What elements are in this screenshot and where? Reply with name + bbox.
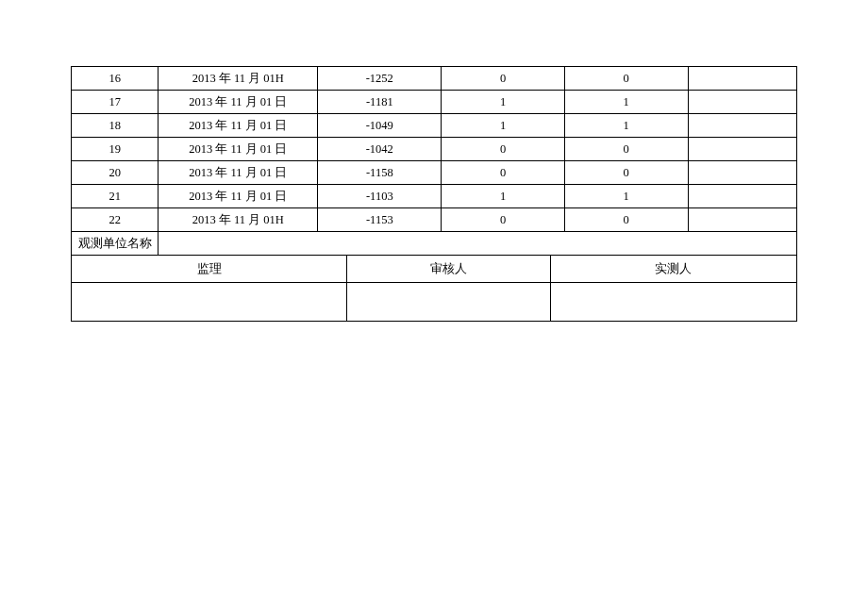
table-cell: 22	[72, 208, 159, 232]
table-cell	[688, 208, 796, 232]
table-cell: 2013 年 11 月 01 日	[159, 185, 318, 208]
table-cell	[688, 91, 796, 114]
table-cell: -1158	[318, 161, 442, 185]
table-cell: 18	[72, 114, 159, 138]
table-cell: 1	[442, 114, 565, 138]
table-cell: 2013 年 11 月 01H	[159, 67, 318, 91]
table-row: 172013 年 11 月 01 日-118111	[72, 91, 797, 114]
table-cell: 1	[564, 185, 688, 208]
table-cell: 19	[72, 138, 159, 161]
table-row: 222013 年 11 月 01H-115300	[72, 208, 797, 232]
table-cell: 2013 年 11 月 01 日	[159, 138, 318, 161]
table-cell: 2013 年 11 月 01 日	[159, 161, 318, 185]
data-table: 162013 年 11 月 01H-125200172013 年 11 月 01…	[71, 66, 797, 256]
measurer-label: 实测人	[550, 256, 796, 283]
table-cell: 0	[564, 67, 688, 91]
table-cell: 2013 年 11 月 01 日	[159, 114, 318, 138]
table-cell: 0	[564, 161, 688, 185]
table-cell: -1181	[318, 91, 442, 114]
table-row: 192013 年 11 月 01 日-104200	[72, 138, 797, 161]
reviewer-value	[347, 283, 550, 322]
table-cell	[688, 67, 796, 91]
table-cell: 2013 年 11 月 01H	[159, 208, 318, 232]
supervisor-value	[72, 283, 347, 322]
table-cell: 0	[564, 208, 688, 232]
table-cell: 1	[564, 91, 688, 114]
table-cell	[688, 114, 796, 138]
table-cell: 1	[442, 185, 565, 208]
table-cell: 16	[72, 67, 159, 91]
observation-unit-value	[159, 232, 797, 256]
table-cell: 0	[442, 67, 565, 91]
table-cell: 0	[442, 208, 565, 232]
table-cell: 21	[72, 185, 159, 208]
table-cell: -1049	[318, 114, 442, 138]
table-row: 212013 年 11 月 01 日-110311	[72, 185, 797, 208]
signature-table: 监理 审核人 实测人	[71, 255, 797, 322]
table-row: 202013 年 11 月 01 日-115800	[72, 161, 797, 185]
table-cell: -1153	[318, 208, 442, 232]
table-cell	[688, 161, 796, 185]
table-cell	[688, 185, 796, 208]
observation-unit-label: 观测单位名称	[72, 232, 159, 256]
table-cell: 1	[442, 91, 565, 114]
table-cell: -1042	[318, 138, 442, 161]
table-cell: 20	[72, 161, 159, 185]
table-cell: 2013 年 11 月 01 日	[159, 91, 318, 114]
table-cell: 0	[564, 138, 688, 161]
measurer-value	[550, 283, 796, 322]
table-cell: 17	[72, 91, 159, 114]
table-cell: 1	[564, 114, 688, 138]
table-cell: 0	[442, 138, 565, 161]
table-cell: 0	[442, 161, 565, 185]
table-cell	[688, 138, 796, 161]
table-row: 182013 年 11 月 01 日-104911	[72, 114, 797, 138]
reviewer-label: 审核人	[347, 256, 550, 283]
table-cell: -1103	[318, 185, 442, 208]
table-cell: -1252	[318, 67, 442, 91]
observation-unit-row: 观测单位名称	[72, 232, 797, 256]
table-row: 162013 年 11 月 01H-125200	[72, 67, 797, 91]
supervisor-label: 监理	[72, 256, 347, 283]
